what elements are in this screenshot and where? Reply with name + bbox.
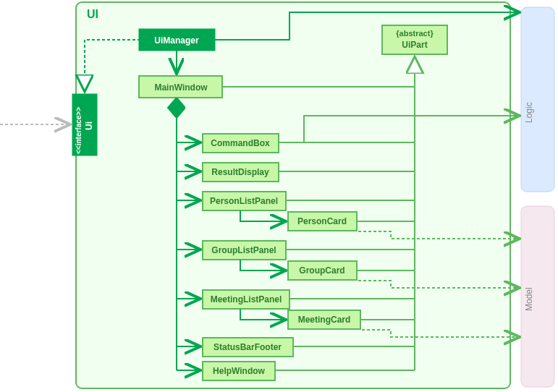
meeting-card-label: MeetingCard: [298, 315, 351, 325]
group-list-panel-label: GroupListPanel: [211, 245, 276, 255]
ui-package: [76, 2, 510, 388]
group-card-label: GroupCard: [299, 265, 344, 276]
result-display-label: ResultDisplay: [211, 167, 269, 177]
command-box-label: CommandBox: [211, 138, 270, 148]
uml-diagram: UI Logic Model <<interface>> Ui UiManage…: [0, 0, 558, 392]
package-title: UI: [87, 8, 98, 20]
person-list-panel-label: PersonListPanel: [210, 196, 278, 206]
person-card-label: PersonCard: [297, 216, 347, 226]
model-label: Model: [524, 287, 534, 311]
ui-manager-label: UiManager: [154, 35, 199, 46]
meeting-list-panel-label: MeetingListPanel: [211, 294, 282, 304]
logic-label: Logic: [524, 102, 534, 123]
ui-part-name: UiPart: [402, 40, 427, 50]
interface-name: Ui: [84, 122, 94, 130]
ui-part-stereotype: {abstract}: [396, 29, 434, 38]
main-window-label: MainWindow: [154, 82, 208, 93]
status-bar-footer-label: StatusBarFooter: [214, 342, 282, 352]
logic-package: [521, 7, 554, 192]
help-window-label: HelpWindow: [213, 366, 266, 376]
interface-stereotype: <<interface>>: [75, 107, 83, 154]
